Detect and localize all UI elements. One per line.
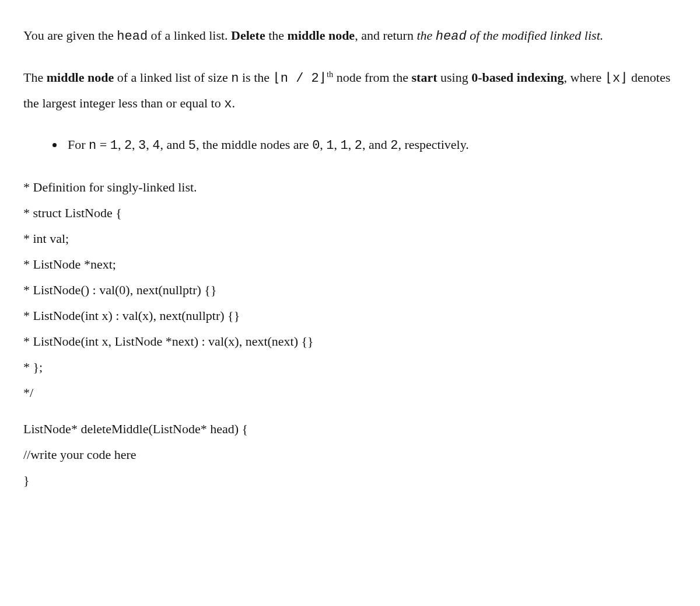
- text: ,: [146, 137, 152, 152]
- italic-rest: of the modified linked list.: [467, 28, 604, 43]
- inline-code-num: 2: [355, 138, 362, 153]
- inline-code-n: n: [231, 71, 239, 86]
- code-line: ListNode* deleteMiddle(ListNode* head) {: [23, 416, 677, 442]
- inline-code-x: x: [224, 97, 232, 112]
- text: using: [438, 70, 472, 85]
- code-block-definition: * Definition for singly-linked list. * s…: [23, 175, 677, 406]
- text: ,: [320, 137, 326, 152]
- inline-code-num: 2: [390, 138, 398, 153]
- bold-middle-node: middle node: [47, 70, 114, 85]
- list-item: For n = 1, 2, 3, 4, and 5, the middle no…: [64, 133, 677, 158]
- inline-code-num: 3: [138, 138, 146, 153]
- inline-code-num: 1: [110, 138, 118, 153]
- code-line: //write your code here: [23, 442, 677, 468]
- bold-middle-node: middle node: [288, 28, 355, 43]
- code-line: }: [23, 468, 677, 493]
- spacer: [23, 406, 677, 416]
- inline-code-num: 4: [152, 138, 160, 153]
- text: ,: [334, 137, 341, 152]
- text: the: [265, 28, 288, 43]
- text: The: [23, 70, 47, 85]
- text: =: [96, 137, 110, 152]
- code-line: * ListNode(int x, ListNode *next) : val(…: [23, 329, 677, 354]
- inline-code-num: 1: [326, 138, 334, 153]
- text: of a linked list.: [148, 28, 231, 43]
- code-line: * };: [23, 354, 677, 380]
- code-line: * ListNode(int x) : val(x), next(nullptr…: [23, 303, 677, 329]
- code-line: * ListNode() : val(0), next(nullptr) {}: [23, 277, 677, 303]
- inline-code-n: n: [89, 138, 96, 153]
- problem-paragraph-2: The middle node of a linked list of size…: [23, 65, 677, 117]
- text: , respectively.: [398, 137, 468, 152]
- code-block-function: ListNode* deleteMiddle(ListNode* head) {…: [23, 416, 677, 493]
- text: ,: [132, 137, 138, 152]
- text: , the middle nodes are: [196, 137, 312, 152]
- text: is the: [239, 70, 272, 85]
- bullet-list: For n = 1, 2, 3, 4, and 5, the middle no…: [23, 133, 677, 158]
- inline-code-num: 0: [312, 138, 320, 153]
- text: node from the: [333, 70, 411, 85]
- text: , where: [564, 70, 605, 85]
- inline-code-head: head: [117, 29, 148, 44]
- code-line: */: [23, 380, 677, 406]
- italic-the: the: [416, 28, 435, 43]
- text: ,: [348, 137, 355, 152]
- bold-start: start: [412, 70, 438, 85]
- code-line: * int val;: [23, 226, 677, 252]
- inline-code-head-2: head: [436, 29, 467, 44]
- inline-code-num: 1: [341, 138, 348, 153]
- code-line: * struct ListNode {: [23, 200, 677, 226]
- text: .: [232, 96, 235, 110]
- text: For: [68, 137, 89, 152]
- bold-delete: Delete: [231, 28, 265, 43]
- code-line: * ListNode *next;: [23, 252, 677, 277]
- inline-code-floor-x: ⌊x⌋: [605, 71, 628, 86]
- text: of a linked list of size: [114, 70, 231, 85]
- text: You are given the: [23, 28, 117, 43]
- text: ,: [118, 137, 124, 152]
- text: , and: [362, 137, 390, 152]
- text: , and: [160, 137, 188, 152]
- text: , and return: [355, 28, 416, 43]
- inline-code-floor-expr: ⌊n / 2⌋: [273, 71, 327, 86]
- problem-paragraph-1: You are given the head of a linked list.…: [23, 23, 677, 49]
- superscript-th: th: [327, 69, 333, 78]
- inline-code-num: 2: [124, 138, 132, 153]
- bold-zero-indexing: 0-based indexing: [471, 70, 564, 85]
- code-line: * Definition for singly-linked list.: [23, 175, 677, 200]
- inline-code-num: 5: [188, 138, 196, 153]
